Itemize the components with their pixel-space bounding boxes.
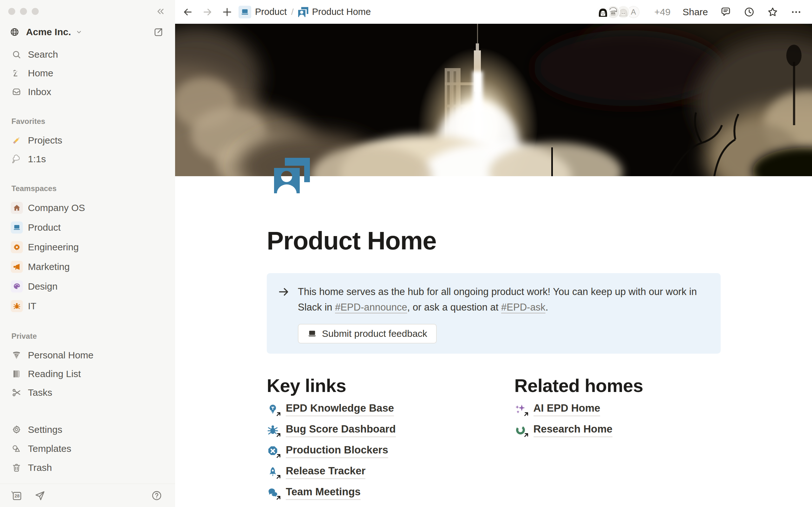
link-production-blockers[interactable]: Production Blockers — [267, 444, 473, 458]
key-links-section: Key links EPD Knowledge Base — [267, 377, 473, 507]
send-icon[interactable] — [34, 490, 46, 501]
submit-product-feedback-button[interactable]: Submit product feedback — [298, 324, 437, 343]
breadcrumb-separator: / — [291, 7, 294, 17]
sidebar-item-label: Search — [28, 49, 58, 60]
sidebar-item-home[interactable]: Home — [0, 64, 175, 82]
new-page-plus-icon[interactable] — [221, 6, 233, 18]
breadcrumb-item-product[interactable]: Product — [239, 6, 287, 18]
sidebar-item-company-os[interactable]: Company OS — [0, 198, 175, 218]
sidebar-item-label: Home — [28, 68, 53, 78]
link-bug-score-dashboard[interactable]: Bug Score Dashboard — [267, 423, 473, 437]
main-area: Product / Product Home A — [175, 0, 812, 507]
page-body: Product Home This home serves as the hub… — [267, 176, 721, 507]
pencil-emoji-icon — [11, 135, 22, 146]
back-arrow-icon[interactable] — [182, 6, 194, 18]
forward-arrow-icon[interactable] — [202, 6, 213, 18]
sidebar-item-personal-home[interactable]: Personal Home — [0, 346, 175, 364]
sidebar-item-label: Company OS — [28, 203, 85, 213]
sidebar-item-search[interactable]: Search — [0, 45, 175, 64]
sidebar-item-inbox[interactable]: Inbox — [0, 82, 175, 101]
sidebar-item-engineering[interactable]: Engineering — [0, 237, 175, 257]
sidebar-item-label: Settings — [28, 424, 62, 435]
compose-icon[interactable] — [154, 27, 164, 37]
window-controls-row — [0, 0, 175, 23]
more-ellipsis-icon[interactable] — [791, 6, 802, 18]
private-list: Personal Home Reading List Tasks — [0, 346, 175, 402]
arrow-right-icon — [277, 284, 291, 343]
sidebar-item-label: Marketing — [28, 262, 70, 272]
palette-icon — [11, 280, 23, 292]
page-icon-contact-card[interactable] — [274, 158, 310, 193]
link-label: Production Blockers — [286, 444, 388, 458]
window-minimize-button[interactable] — [20, 8, 27, 15]
link-ai-epd-home[interactable]: AI EPD Home — [514, 402, 721, 416]
link-label: Team Meetings — [286, 486, 361, 500]
sidebar-item-templates[interactable]: Templates — [0, 439, 175, 458]
chevron-down-icon — [75, 29, 83, 36]
sidebar-item-label: Projects — [28, 135, 62, 146]
sidebar-item-product[interactable]: Product — [0, 218, 175, 237]
presence-overflow-count: +49 — [654, 7, 670, 17]
presence-avatars[interactable]: A — [596, 5, 641, 19]
breadcrumb-label: Product — [255, 7, 287, 17]
link-label: AI EPD Home — [534, 402, 600, 416]
sidebar-item-design[interactable]: Design — [0, 277, 175, 296]
link-research-home[interactable]: Research Home — [514, 423, 721, 437]
breadcrumb: Product / Product Home — [239, 6, 371, 18]
laptop-icon — [239, 6, 251, 18]
slack-link-epd-announce[interactable]: #EPD-announce — [335, 302, 407, 313]
sidebar-item-1-1s[interactable]: 1:1s — [0, 150, 175, 168]
section-label-teamspaces[interactable]: Teamspaces — [0, 183, 175, 194]
sidebar: Acme Inc. Search Home Inbox Favorite — [0, 0, 175, 507]
link-label: Research Home — [534, 423, 612, 437]
sidebar-item-marketing[interactable]: Marketing — [0, 257, 175, 277]
breadcrumb-label: Product Home — [312, 7, 371, 17]
book-icon — [11, 368, 22, 380]
sub-page-arrow-icon — [275, 411, 281, 417]
sub-page-arrow-icon — [275, 495, 281, 501]
favorite-star-icon[interactable] — [767, 6, 778, 18]
comments-icon[interactable] — [720, 6, 731, 18]
section-label-favorites[interactable]: Favorites — [0, 116, 175, 127]
link-release-tracker[interactable]: Release Tracker — [267, 465, 473, 479]
sidebar-item-label: Reading List — [28, 369, 81, 379]
sidebar-item-label: Product — [28, 222, 61, 233]
calendar-icon[interactable]: 28 — [10, 490, 22, 502]
sidebar-item-reading-list[interactable]: Reading List — [0, 364, 175, 383]
trash-icon — [11, 462, 22, 473]
link-team-meetings[interactable]: Team Meetings — [267, 486, 473, 500]
history-clock-icon[interactable] — [744, 6, 755, 18]
workspace-name: Acme Inc. — [26, 26, 71, 38]
inbox-icon — [11, 86, 22, 98]
sidebar-item-label: Tasks — [28, 387, 52, 398]
sidebar-collapse-icon[interactable] — [155, 6, 165, 17]
sub-page-arrow-icon — [523, 432, 529, 438]
link-epd-knowledge-base[interactable]: EPD Knowledge Base — [267, 402, 473, 416]
sub-page-arrow-icon — [523, 411, 529, 417]
related-homes-section: Related homes AI EPD Home — [514, 377, 721, 507]
bug-icon — [11, 300, 23, 312]
sidebar-item-label: Engineering — [28, 242, 79, 252]
workspace-switcher[interactable]: Acme Inc. — [4, 23, 171, 41]
scissors-icon — [11, 387, 22, 398]
favorites-list: Projects 1:1s — [0, 131, 175, 168]
sidebar-item-label: Templates — [28, 443, 71, 454]
breadcrumb-item-product-home[interactable]: Product Home — [298, 7, 371, 17]
help-icon[interactable] — [151, 490, 162, 501]
sidebar-item-settings[interactable]: Settings — [0, 420, 175, 439]
megaphone-icon — [11, 261, 23, 273]
globe-icon — [9, 27, 20, 37]
sidebar-primary-nav: Search Home Inbox — [0, 45, 175, 101]
window-close-button[interactable] — [8, 8, 15, 15]
section-label-private[interactable]: Private — [0, 331, 175, 342]
slack-link-epd-ask[interactable]: #EPD-ask — [501, 302, 546, 313]
sidebar-item-tasks[interactable]: Tasks — [0, 383, 175, 402]
callout-text: This home serves as the hub for all ongo… — [298, 284, 709, 315]
window-zoom-button[interactable] — [32, 8, 39, 15]
link-label: Bug Score Dashboard — [286, 423, 396, 437]
sidebar-item-projects[interactable]: Projects — [0, 131, 175, 150]
callout-text-part: . — [546, 302, 548, 313]
sidebar-item-trash[interactable]: Trash — [0, 458, 175, 477]
share-button[interactable]: Share — [682, 7, 708, 17]
sidebar-item-it[interactable]: IT — [0, 296, 175, 316]
